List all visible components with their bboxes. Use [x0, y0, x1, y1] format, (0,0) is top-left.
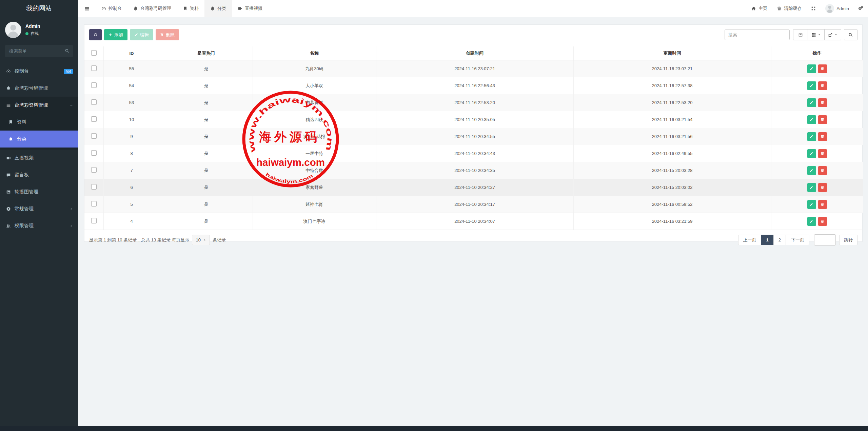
- sidebar-item-4[interactable]: 留言板: [0, 166, 78, 183]
- cell-created: 2024-11-10 20:34:17: [376, 196, 573, 213]
- table-row: 9是澳门字花报2024-11-10 20:34:552024-11-16 03:…: [84, 128, 863, 145]
- gauge-icon: [6, 69, 11, 74]
- user-status: 在线: [25, 31, 40, 37]
- sidebar-item-3[interactable]: 直播视频: [0, 150, 78, 166]
- row-delete-button[interactable]: [818, 183, 827, 192]
- tab-3[interactable]: 分类: [204, 0, 232, 17]
- row-edit-button[interactable]: [807, 64, 816, 73]
- hamburger-icon: [84, 6, 90, 12]
- prev-page-button[interactable]: 上一页: [738, 235, 762, 245]
- row-delete-button[interactable]: [818, 200, 827, 209]
- refresh-button[interactable]: [89, 29, 102, 40]
- row-edit-button[interactable]: [807, 115, 816, 124]
- avatar: [5, 22, 21, 38]
- settings-gears-icon[interactable]: [854, 0, 868, 17]
- row-edit-button[interactable]: [807, 98, 816, 107]
- tab-1[interactable]: 台湾彩号码管理: [127, 0, 177, 17]
- content-panel: 添加 编辑 删除 ID 是否热: [84, 24, 863, 242]
- page-size-select[interactable]: 10: [192, 235, 210, 245]
- row-edit-button[interactable]: [807, 166, 816, 175]
- sidebar-item-1[interactable]: 台湾彩号码管理: [0, 80, 78, 97]
- bell-icon: [133, 6, 138, 11]
- nav-clear-cache[interactable]: 清除缓存: [772, 0, 806, 17]
- add-button[interactable]: 添加: [104, 29, 127, 40]
- caret-down-icon: [834, 33, 837, 36]
- next-page-button[interactable]: 下一页: [786, 235, 809, 245]
- export-button[interactable]: [824, 29, 841, 40]
- tab-0[interactable]: 控制台: [96, 0, 127, 17]
- row-delete-button[interactable]: [818, 217, 827, 226]
- jump-page-input[interactable]: [814, 234, 836, 246]
- cell-name: 澳门字花报: [253, 128, 376, 145]
- row-checkbox[interactable]: [91, 201, 97, 207]
- tab-4[interactable]: 直播视频: [232, 0, 268, 17]
- users-icon: [6, 223, 11, 228]
- row-delete-button[interactable]: [818, 64, 827, 73]
- fullscreen-button[interactable]: [806, 0, 821, 17]
- column-header-id[interactable]: ID: [103, 46, 160, 60]
- select-all-checkbox[interactable]: [91, 50, 97, 56]
- row-checkbox-cell: [84, 196, 103, 213]
- row-edit-button[interactable]: [807, 132, 816, 141]
- sidebar-item-label: 直播视频: [15, 155, 34, 161]
- hamburger-icon[interactable]: [78, 0, 96, 17]
- trash-icon: [821, 152, 824, 155]
- pencil-icon: [810, 185, 813, 189]
- jump-button[interactable]: 跳转: [839, 235, 857, 245]
- row-checkbox[interactable]: [91, 218, 97, 223]
- row-edit-button[interactable]: [807, 217, 816, 226]
- row-delete-button[interactable]: [818, 132, 827, 141]
- comment-icon: [6, 173, 11, 177]
- toggle-search-button[interactable]: [844, 29, 857, 40]
- sidebar-item-0[interactable]: 控制台hot: [0, 63, 78, 80]
- row-delete-button[interactable]: [818, 98, 827, 107]
- cell-id: 6: [103, 179, 160, 196]
- sidebar-item-2-0[interactable]: 资料: [0, 114, 78, 131]
- row-checkbox[interactable]: [91, 133, 97, 139]
- row-edit-button[interactable]: [807, 183, 816, 192]
- page-button-1[interactable]: 1: [761, 235, 774, 245]
- sidebar-search-input[interactable]: [5, 45, 73, 57]
- row-checkbox[interactable]: [91, 82, 97, 88]
- detail-view-button[interactable]: [793, 29, 808, 40]
- columns-button[interactable]: [808, 29, 825, 40]
- sidebar-item-7[interactable]: 权限管理: [0, 217, 78, 234]
- admin-app: 我的网站 Admin 在线 控制台hot台湾彩号码管理台湾彩资料管理资料分类直播…: [0, 0, 868, 431]
- sidebar-item-2-1[interactable]: 分类: [0, 131, 78, 148]
- row-edit-button[interactable]: [807, 81, 816, 90]
- row-delete-button[interactable]: [818, 149, 827, 158]
- column-header-hot[interactable]: 是否热门: [160, 46, 253, 60]
- delete-button[interactable]: 删除: [156, 29, 179, 40]
- row-edit-button[interactable]: [807, 149, 816, 158]
- nav-home[interactable]: 主页: [747, 0, 772, 17]
- select-all-checkbox-cell[interactable]: [84, 46, 103, 60]
- row-checkbox[interactable]: [91, 116, 97, 122]
- edit-button[interactable]: 编辑: [130, 29, 153, 40]
- tab-label: 资料: [190, 5, 199, 12]
- row-checkbox[interactable]: [91, 184, 97, 190]
- column-header-updated[interactable]: 更新时间: [573, 46, 771, 60]
- nav-user[interactable]: Admin: [821, 0, 854, 17]
- page-button-2[interactable]: 2: [773, 235, 786, 245]
- row-checkbox[interactable]: [91, 150, 97, 156]
- cell-updated: 2024-11-16 23:07:21: [573, 60, 771, 77]
- tab-2[interactable]: 资料: [177, 0, 204, 17]
- sidebar-item-6[interactable]: 常规管理: [0, 200, 78, 217]
- trash-icon: [821, 135, 824, 138]
- row-checkbox[interactable]: [91, 65, 97, 71]
- table-row: 7是中特合数2024-11-10 20:34:352024-11-15 20:0…: [84, 162, 863, 179]
- column-header-name[interactable]: 名称: [253, 46, 376, 60]
- cell-actions: [771, 94, 863, 111]
- column-header-created[interactable]: 创建时间: [376, 46, 573, 60]
- row-delete-button[interactable]: [818, 166, 827, 175]
- row-delete-button[interactable]: [818, 81, 827, 90]
- sidebar-item-5[interactable]: 轮播图管理: [0, 183, 78, 200]
- video-icon: [238, 6, 242, 11]
- row-edit-button[interactable]: [807, 200, 816, 209]
- row-checkbox[interactable]: [91, 167, 97, 173]
- search-icon: [65, 48, 70, 53]
- table-search-input[interactable]: [725, 30, 790, 40]
- sidebar-item-2[interactable]: 台湾彩资料管理: [0, 97, 78, 114]
- row-delete-button[interactable]: [818, 115, 827, 124]
- row-checkbox[interactable]: [91, 99, 97, 105]
